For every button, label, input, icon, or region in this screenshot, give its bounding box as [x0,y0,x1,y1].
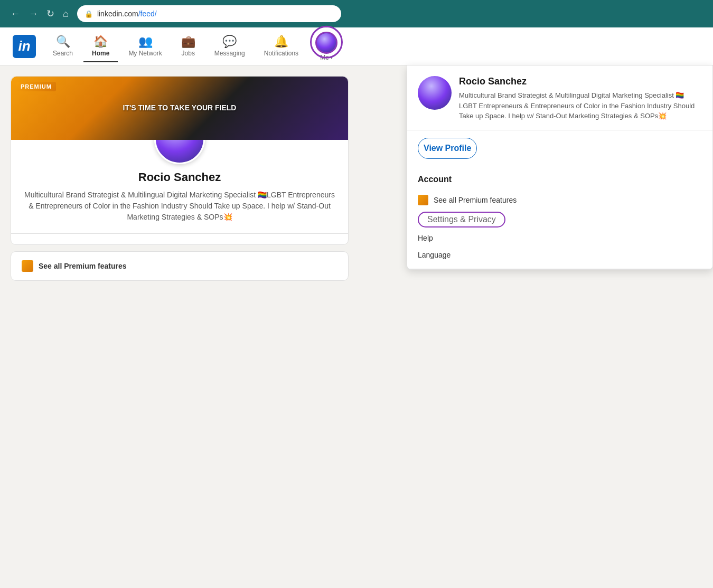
dropdown-account-section: Account See all Premium features Setting… [407,167,712,269]
nav-label-search: Search [53,50,73,57]
nav-label-my-network: My Network [128,50,162,57]
premium-badge: PREMIUM [16,82,56,91]
home-icon: 🏠 [93,35,108,49]
browser-bar: ← → ↻ ⌂ 🔒 linkedin.com/feed/ [0,0,713,27]
url-text: linkedin.com/feed/ [97,10,157,18]
view-profile-button[interactable]: View Profile [418,138,477,159]
nav-item-jobs[interactable]: 💼 Jobs [173,31,204,62]
messaging-icon: 💬 [222,35,237,49]
dropdown-premium-label: See all Premium features [434,196,517,204]
dropdown-avatar [418,76,452,110]
nav-item-my-network[interactable]: 👥 My Network [120,31,170,62]
me-dropdown-panel: Rocio Sanchez Multicultural Brand Strate… [407,65,713,270]
settings-text: Settings & Privacy [427,215,496,224]
profile-name: Rocio Sanchez [24,170,335,184]
avatar-circle [317,33,336,52]
nav-label-jobs: Jobs [182,50,195,57]
forward-button[interactable]: → [26,6,40,22]
profile-info: Rocio Sanchez Multicultural Brand Strate… [11,170,348,233]
dropdown-item-help[interactable]: Help [418,230,702,246]
avatar-image [317,33,336,52]
dropdown-user-name: Rocio Sanchez [459,76,702,87]
premium-icon [418,195,428,205]
back-button[interactable]: ← [8,6,22,22]
me-avatar [315,32,337,54]
nav-label-home: Home [92,50,109,57]
search-icon: 🔍 [56,35,70,49]
nav-item-notifications[interactable]: 🔔 Notifications [256,31,307,62]
my-network-icon: 👥 [138,35,153,49]
dropdown-user-section: Rocio Sanchez Multicultural Brand Strate… [407,65,712,130]
dropdown-user-info: Rocio Sanchez Multicultural Brand Strate… [459,76,702,121]
profile-headline: Multicultural Brand Strategist & Multili… [24,189,335,223]
browser-nav-buttons: ← → ↻ ⌂ [8,6,71,22]
me-chevron-icon: ▾ [330,54,333,60]
main-content: PREMIUM IT'S TIME TO TAKE YOUR FIELD Roc… [0,65,713,588]
jobs-icon: 💼 [181,35,195,49]
profile-card: PREMIUM IT'S TIME TO TAKE YOUR FIELD Roc… [11,76,349,245]
nav-items: 🔍 Search 🏠 Home 👥 My Network 💼 Jobs 💬 Me… [44,27,700,65]
linkedin-navbar: in 🔍 Search 🏠 Home 👥 My Network 💼 Jobs 💬… [0,27,713,65]
address-bar[interactable]: 🔒 linkedin.com/feed/ [77,5,341,22]
me-label: Me [320,54,329,61]
nav-item-home[interactable]: 🏠 Home [83,31,118,62]
premium-star-icon [22,260,33,272]
account-section-title: Account [418,175,702,184]
profile-banner: PREMIUM IT'S TIME TO TAKE YOUR FIELD [11,77,348,140]
reload-button[interactable]: ↻ [44,6,57,22]
dropdown-user-headline: Multicultural Brand Strategist & Multili… [459,90,702,121]
dropdown-item-settings[interactable]: Settings & Privacy [418,210,702,230]
home-button[interactable]: ⌂ [61,6,71,22]
language-label: Language [418,246,702,263]
nav-label-messaging: Messaging [214,50,245,57]
linkedin-logo[interactable]: in [13,35,36,58]
nav-label-notifications: Notifications [264,50,298,57]
banner-text: IT'S TIME TO TAKE YOUR FIELD [91,103,268,113]
dropdown-item-language[interactable]: Language [418,246,702,263]
premium-card[interactable]: See all Premium features [11,251,349,281]
nav-item-messaging[interactable]: 💬 Messaging [206,31,254,62]
dropdown-item-premium[interactable]: See all Premium features [418,191,702,210]
nav-item-me[interactable]: Me ▾ [309,27,344,65]
settings-privacy-label[interactable]: Settings & Privacy [418,212,505,227]
notifications-icon: 🔔 [274,35,288,49]
lock-icon: 🔒 [85,10,93,18]
left-area: PREMIUM IT'S TIME TO TAKE YOUR FIELD Roc… [0,76,359,577]
help-label: Help [418,230,702,246]
me-label-wrap: Me ▾ [320,54,333,61]
nav-item-search[interactable]: 🔍 Search [44,31,81,62]
premium-card-text: See all Premium features [39,262,127,270]
